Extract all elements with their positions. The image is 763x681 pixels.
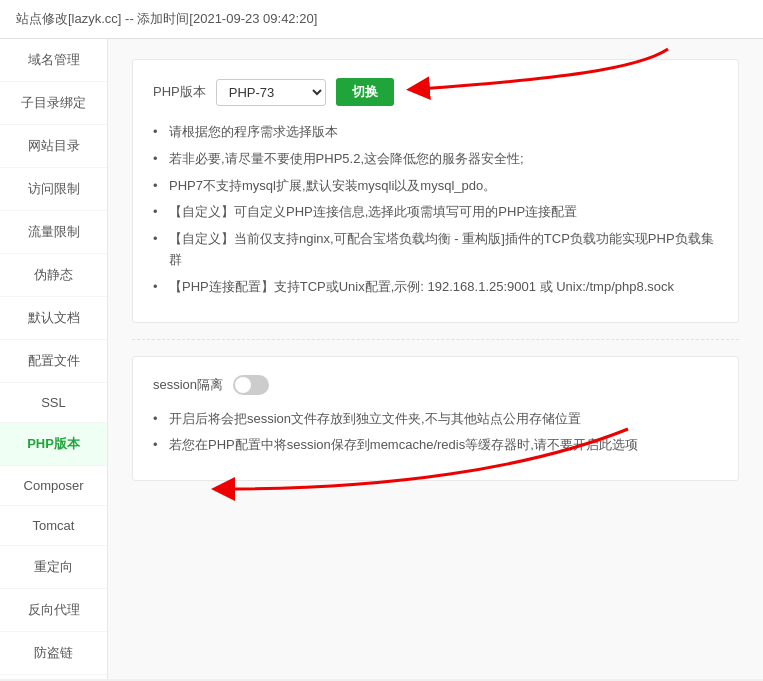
session-toggle[interactable] (233, 375, 269, 395)
sidebar-item-域名管理[interactable]: 域名管理 (0, 39, 107, 82)
sidebar-item-Tomcat[interactable]: Tomcat (0, 506, 107, 546)
php-version-section: PHP版本 PHP-52PHP-54PHP-55PHP-56PHP-70PHP-… (132, 59, 739, 323)
sidebar-item-默认文档[interactable]: 默认文档 (0, 297, 107, 340)
sidebar-item-网站目录[interactable]: 网站目录 (0, 125, 107, 168)
sidebar-item-网站日志[interactable]: 网站日志 (0, 675, 107, 679)
sidebar-item-重定向[interactable]: 重定向 (0, 546, 107, 589)
sidebar-item-SSL[interactable]: SSL (0, 383, 107, 423)
sidebar-item-流量限制[interactable]: 流量限制 (0, 211, 107, 254)
sidebar-item-反向代理[interactable]: 反向代理 (0, 589, 107, 632)
sidebar-item-PHP版本[interactable]: PHP版本 (0, 423, 107, 466)
page-title: 站点修改[lazyk.cc] -- 添加时间[2021-09-23 09:42:… (16, 11, 317, 26)
php-bullet-item: 请根据您的程序需求选择版本 (153, 122, 718, 143)
sidebar: 域名管理子目录绑定网站目录访问限制流量限制伪静态默认文档配置文件SSLPHP版本… (0, 39, 108, 679)
session-bullet-item: 若您在PHP配置中将session保存到memcache/redis等缓存器时,… (153, 435, 718, 456)
sidebar-item-伪静态[interactable]: 伪静态 (0, 254, 107, 297)
php-bullet-list: 请根据您的程序需求选择版本若非必要,请尽量不要使用PHP5.2,这会降低您的服务… (153, 122, 718, 298)
sidebar-item-Composer[interactable]: Composer (0, 466, 107, 506)
php-bullet-item: 若非必要,请尽量不要使用PHP5.2,这会降低您的服务器安全性; (153, 149, 718, 170)
session-bullet-list: 开启后将会把session文件存放到独立文件夹,不与其他站点公用存储位置若您在P… (153, 409, 718, 457)
php-bullet-item: 【自定义】当前仅支持nginx,可配合宝塔负载均衡 - 重构版]插件的TCP负载… (153, 229, 718, 271)
main-content: PHP版本 PHP-52PHP-54PHP-55PHP-56PHP-70PHP-… (108, 39, 763, 679)
php-bullet-item: PHP7不支持mysql扩展,默认安装mysqli以及mysql_pdo。 (153, 176, 718, 197)
session-section: session隔离 开启后将会把session文件存放到独立文件夹,不与其他站点… (132, 356, 739, 482)
top-bar: 站点修改[lazyk.cc] -- 添加时间[2021-09-23 09:42:… (0, 0, 763, 39)
session-bullet-item: 开启后将会把session文件存放到独立文件夹,不与其他站点公用存储位置 (153, 409, 718, 430)
php-version-label: PHP版本 (153, 83, 206, 101)
php-bullet-item: 【PHP连接配置】支持TCP或Unix配置,示例: 192.168.1.25:9… (153, 277, 718, 298)
php-bullet-item: 【自定义】可自定义PHP连接信息,选择此项需填写可用的PHP连接配置 (153, 202, 718, 223)
sidebar-item-访问限制[interactable]: 访问限制 (0, 168, 107, 211)
sidebar-item-防盗链[interactable]: 防盗链 (0, 632, 107, 675)
sidebar-item-配置文件[interactable]: 配置文件 (0, 340, 107, 383)
php-version-select[interactable]: PHP-52PHP-54PHP-55PHP-56PHP-70PHP-71PHP-… (216, 79, 326, 106)
sidebar-item-子目录绑定[interactable]: 子目录绑定 (0, 82, 107, 125)
session-label: session隔离 (153, 376, 223, 394)
switch-button[interactable]: 切换 (336, 78, 394, 106)
